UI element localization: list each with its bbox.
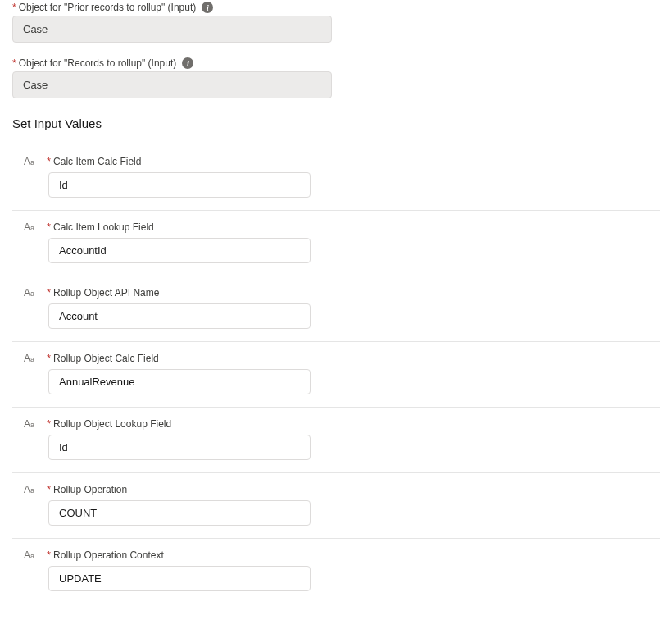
text-type-icon: Aa	[24, 156, 39, 167]
calc-item-lookup-field-label: Calc Item Lookup Field	[53, 221, 154, 233]
required-asterisk: *	[12, 2, 16, 13]
text-type-icon: Aa	[24, 353, 39, 364]
required-asterisk: *	[47, 417, 51, 430]
label-wrap: Aa * Calc Item Lookup Field	[24, 221, 660, 233]
text-type-icon: Aa	[24, 418, 39, 430]
required-asterisk: *	[47, 286, 51, 299]
label-wrap: Aa * Calc Item Calc Field	[24, 155, 660, 167]
records-to-rollup-value[interactable]: Case	[12, 71, 332, 98]
calc-item-calc-field-label: Calc Item Calc Field	[53, 156, 141, 167]
required-asterisk: *	[47, 549, 51, 561]
rollup-object-api-name-label: Rollup Object API Name	[53, 287, 159, 299]
rollup-object-lookup-field-label: Rollup Object Lookup Field	[53, 418, 171, 430]
rollup-operation-context-input[interactable]	[48, 566, 311, 591]
label-wrap: Aa * Rollup Object Calc Field	[24, 352, 660, 364]
rollup-object-api-name-row: Aa * Rollup Object API Name	[12, 276, 660, 342]
required-asterisk: *	[47, 155, 51, 167]
records-to-rollup-label-row: * Object for "Records to rollup" (Input)…	[12, 57, 660, 69]
rollup-operation-context-label: Rollup Operation Context	[53, 549, 164, 561]
calc-item-calc-field-input[interactable]	[48, 172, 311, 198]
text-type-icon: Aa	[24, 221, 39, 233]
prior-records-field: * Object for "Prior records to rollup" (…	[12, 2, 660, 43]
rollup-operation-label: Rollup Operation	[53, 484, 127, 495]
text-type-icon: Aa	[24, 287, 39, 299]
prior-records-value[interactable]: Case	[12, 16, 332, 43]
prior-records-label: Object for "Prior records to rollup" (In…	[19, 2, 197, 13]
required-asterisk: *	[47, 483, 51, 495]
required-asterisk: *	[47, 352, 51, 364]
text-type-icon: Aa	[24, 484, 39, 495]
label-wrap: Aa * Rollup Object API Name	[24, 286, 660, 299]
rollup-operation-input[interactable]	[48, 500, 311, 526]
calc-item-lookup-field-row: Aa * Calc Item Lookup Field	[12, 211, 660, 276]
rollup-object-calc-field-label: Rollup Object Calc Field	[53, 353, 159, 364]
records-to-rollup-field: * Object for "Records to rollup" (Input)…	[12, 57, 660, 98]
rollup-object-lookup-field-input[interactable]	[48, 435, 311, 460]
records-to-rollup-label: Object for "Records to rollup" (Input)	[19, 57, 177, 69]
label-wrap: Aa * Rollup Operation Context	[24, 549, 660, 561]
rollup-operation-row: Aa * Rollup Operation	[12, 473, 660, 539]
label-wrap: Aa * Rollup Operation	[24, 483, 660, 495]
prior-records-label-row: * Object for "Prior records to rollup" (…	[12, 2, 660, 13]
rollup-object-calc-field-row: Aa * Rollup Object Calc Field	[12, 342, 660, 408]
rollup-object-calc-field-input[interactable]	[48, 369, 311, 394]
info-icon[interactable]: i	[182, 57, 193, 69]
section-title: Set Input Values	[12, 116, 660, 130]
info-icon[interactable]: i	[202, 2, 213, 13]
text-type-icon: Aa	[24, 549, 39, 561]
calc-item-lookup-field-input[interactable]	[48, 238, 311, 263]
label-wrap: Aa * Rollup Object Lookup Field	[24, 417, 660, 430]
calc-item-calc-field-row: Aa * Calc Item Calc Field	[12, 145, 660, 211]
rollup-operation-context-row: Aa * Rollup Operation Context	[12, 539, 660, 604]
required-asterisk: *	[12, 57, 16, 69]
required-asterisk: *	[47, 221, 51, 233]
rollup-object-api-name-input[interactable]	[48, 303, 311, 329]
rollup-object-lookup-field-row: Aa * Rollup Object Lookup Field	[12, 408, 660, 473]
